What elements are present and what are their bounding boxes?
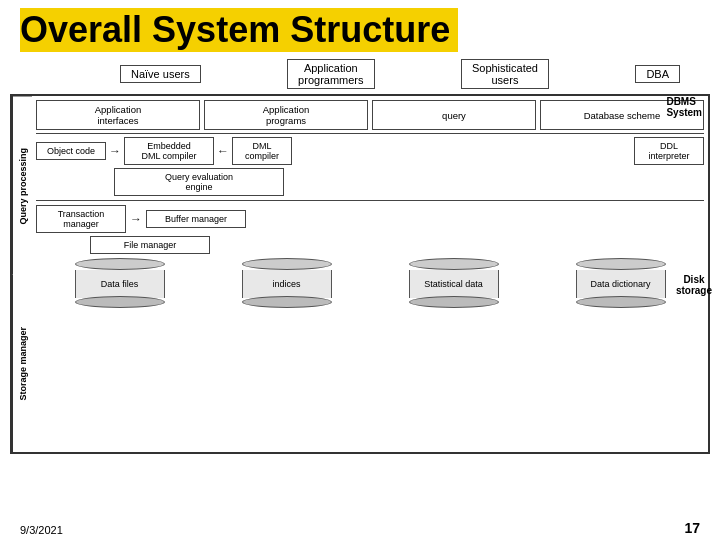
disk-top-4 <box>576 258 666 270</box>
separator-1 <box>36 133 704 134</box>
app-interfaces-box: Applicationinterfaces <box>36 100 200 130</box>
disk-body-3: Statistical data <box>409 270 499 298</box>
app-programs-box: Applicationprograms <box>204 100 368 130</box>
title-area: Overall System Structure <box>20 8 700 52</box>
storage-separator <box>36 200 704 201</box>
storage-manager-label: Storage manager <box>12 275 32 453</box>
app-programmers-box: Applicationprogrammers <box>287 59 374 89</box>
page-title: Overall System Structure <box>20 9 450 50</box>
page-number: 17 <box>684 520 700 536</box>
page-date: 9/3/2021 <box>20 524 63 536</box>
disk-body-2: indices <box>242 270 332 298</box>
diagram: Naïve users Applicationprogrammers Sophi… <box>10 58 710 520</box>
sophisticated-users-box: Sophisticatedusers <box>461 59 549 89</box>
disk-area: Data files indices Statistical data Data… <box>36 258 704 308</box>
disk-bot-4 <box>576 296 666 308</box>
query-eval-box: Query evaluationengine <box>114 168 284 196</box>
storage-row-2: File manager <box>36 236 704 254</box>
arrow-right-1: → <box>109 144 121 158</box>
storage-row-1: Transactionmanager → Buffer manager <box>36 205 704 233</box>
transaction-manager-box: Transactionmanager <box>36 205 126 233</box>
arrow-right-2: → <box>130 212 142 226</box>
disk-item-dictionary: Data dictionary <box>571 258 671 308</box>
object-code-box: Object code <box>36 142 106 160</box>
dml-compiler-box: DMLcompiler <box>232 137 292 165</box>
naive-users-box: Naïve users <box>120 65 201 83</box>
query-box: query <box>372 100 536 130</box>
vertical-labels: Query processing Storage manager <box>12 96 32 452</box>
disk-item-indices: indices <box>237 258 337 308</box>
disk-bot-1 <box>75 296 165 308</box>
dbms-main-box: Query processing Storage manager Applica… <box>10 94 710 454</box>
query-eval-row: Query evaluationengine DBMSSystem <box>36 168 704 196</box>
disk-bot-2 <box>242 296 332 308</box>
disk-top-2 <box>242 258 332 270</box>
title-highlight: Overall System Structure <box>20 8 458 52</box>
dbms-system-label: DBMSSystem <box>666 96 702 118</box>
disk-top-3 <box>409 258 499 270</box>
users-row: Naïve users Applicationprogrammers Sophi… <box>10 58 710 90</box>
file-manager-box: File manager <box>90 236 210 254</box>
buffer-manager-box: Buffer manager <box>146 210 246 228</box>
disk-item-statistical: Statistical data <box>404 258 504 308</box>
disk-item-data-files: Data files <box>70 258 170 308</box>
disk-body-4: Data dictionary <box>576 270 666 298</box>
main-inner: Applicationinterfaces Applicationprogram… <box>32 96 708 452</box>
compiler-row: Object code → EmbeddedDML compiler ← DML… <box>36 137 704 165</box>
disk-body-1: Data files <box>75 270 165 298</box>
interface-row: Applicationinterfaces Applicationprogram… <box>36 100 704 130</box>
embedded-dml-box: EmbeddedDML compiler <box>124 137 214 165</box>
dba-box: DBA <box>635 65 680 83</box>
disk-storage-label: Diskstorage <box>676 274 712 296</box>
disk-bot-3 <box>409 296 499 308</box>
ddl-interpreter-box: DDLinterpreter <box>634 137 704 165</box>
query-processing-label: Query processing <box>12 96 32 275</box>
arrow-left-1: ← <box>217 144 229 158</box>
disk-top-1 <box>75 258 165 270</box>
